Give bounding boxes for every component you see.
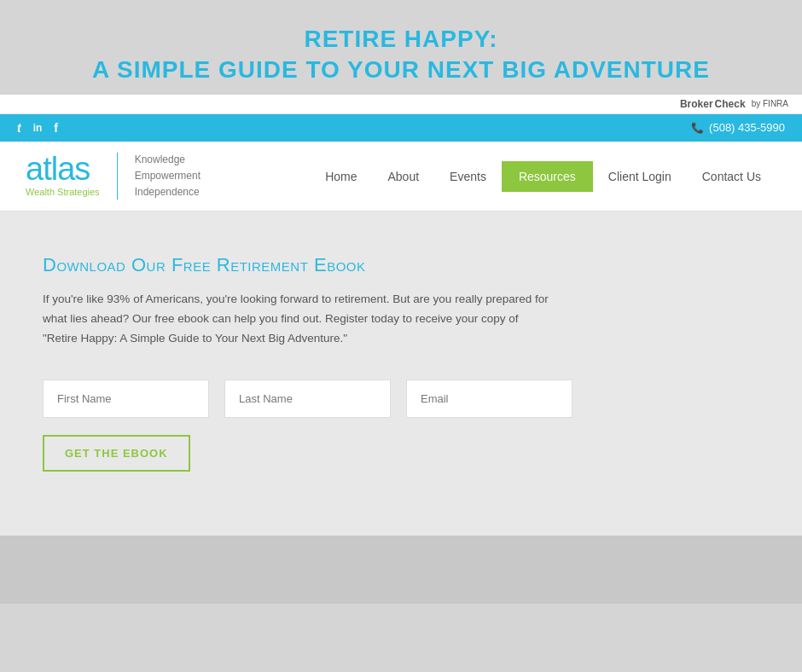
check-text: Check (715, 98, 746, 110)
nav-contact-us[interactable]: Contact Us (687, 163, 776, 190)
ebook-description: If you're like 93% of Americans, you're … (43, 290, 555, 349)
nav-about[interactable]: About (372, 163, 434, 190)
logo-wealth-strategies: Wealth Strategies (26, 185, 100, 200)
phone-area: 📞 (508) 435-5990 (691, 121, 785, 134)
broker-text: Broker (680, 98, 713, 110)
nav-client-login[interactable]: Client Login (593, 163, 687, 190)
main-nav: Home About Events Resources Client Login… (310, 161, 776, 192)
ebook-section-title: Download Our Free Retirement Ebook (43, 254, 759, 276)
nav-events[interactable]: Events (434, 163, 502, 190)
hero-title: Retire Happy: A Simple Guide to Your Nex… (17, 24, 785, 86)
social-icons: t in f (17, 121, 58, 135)
logo-area: atlas Wealth Strategies Knowledge Empowe… (26, 152, 200, 201)
logo-atlas-text: atlas Wealth Strategies (26, 153, 100, 200)
first-name-input[interactable] (43, 379, 209, 418)
logo-tagline: Knowledge Empowerment Independence (135, 152, 200, 201)
last-name-input[interactable] (224, 379, 391, 418)
logo-atlas: atlas (26, 153, 100, 185)
linkedin-icon[interactable]: in (33, 122, 43, 134)
nav-resources[interactable]: Resources (502, 161, 593, 192)
ebook-form-row (43, 379, 759, 418)
hero-banner: Retire Happy: A Simple Guide to Your Nex… (0, 0, 802, 95)
top-bar: t in f 📞 (508) 435-5990 (0, 114, 802, 142)
phone-icon: 📞 (691, 122, 704, 134)
twitter-icon[interactable]: t (17, 121, 21, 135)
footer-gray (0, 536, 802, 604)
broker-check-logo: BrokerCheck by FINRA (680, 98, 788, 110)
logo-divider (117, 153, 118, 200)
email-input[interactable] (406, 379, 572, 418)
content-area: Download Our Free Retirement Ebook If yo… (0, 211, 802, 536)
nav-container: atlas Wealth Strategies Knowledge Empowe… (0, 142, 802, 212)
broker-check-bar: BrokerCheck by FINRA (0, 95, 802, 114)
nav-home[interactable]: Home (310, 163, 372, 190)
phone-number: (508) 435-5990 (709, 121, 785, 134)
get-ebook-button[interactable]: GET THE EBOOK (43, 435, 190, 472)
finra-text: by FINRA (752, 99, 788, 108)
facebook-icon[interactable]: f (54, 121, 58, 135)
